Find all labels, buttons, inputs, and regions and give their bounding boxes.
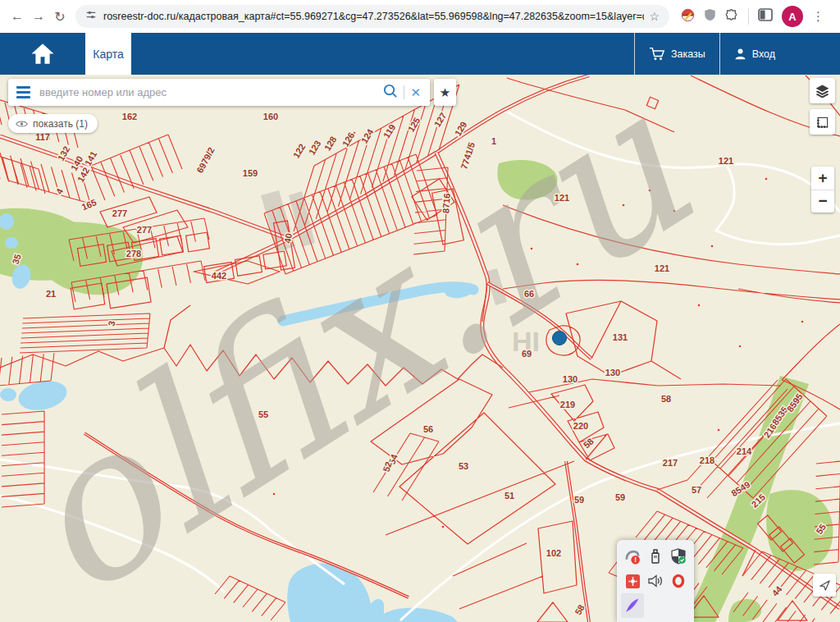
extension-pokeball-icon[interactable] (681, 8, 695, 25)
login-label: Вход (752, 48, 775, 60)
usb-icon[interactable] (644, 544, 667, 569)
url-text[interactable]: rosreestr-doc.ru/кадастровая_карта#ct=55… (103, 11, 644, 22)
side-panel-icon[interactable] (758, 8, 773, 25)
map-area: olfix.ru HI 1621601171321401411421221231… (0, 75, 840, 622)
clear-x-icon[interactable]: ✕ (410, 85, 421, 100)
parcel-label: 102 (546, 548, 561, 558)
reload-icon[interactable]: ↻ (49, 6, 71, 27)
search-input[interactable] (38, 85, 382, 99)
measure-button[interactable] (810, 109, 835, 135)
parcel-label: 8716 (441, 193, 452, 213)
parcel-label: 219 (560, 400, 575, 409)
show-button-label: показать (1) (33, 118, 88, 130)
show-button[interactable]: показать (1) (8, 114, 98, 133)
parcel-label: 58 (661, 394, 671, 404)
navbar-spacer (131, 33, 634, 75)
parcel-label: 56 (423, 424, 433, 434)
tray-empty-cell (644, 593, 667, 618)
parcel-label: 162 (122, 112, 137, 121)
menu-kebab-icon[interactable]: ⋮ (812, 9, 824, 24)
zoom-out-button[interactable]: − (811, 190, 834, 213)
parcel-label: 121 (555, 193, 569, 203)
feather-pen-icon[interactable] (621, 593, 644, 618)
defender-shield-icon[interactable] (667, 544, 690, 569)
parcel-label: 214 (737, 446, 752, 456)
user-icon (734, 48, 746, 60)
search-divider (404, 85, 404, 99)
system-tray-flyout: ! (617, 540, 694, 622)
parcel-label: 277 (112, 208, 127, 218)
extensions-area: A ⋮ (681, 6, 824, 27)
menu-hamburger-icon[interactable] (8, 86, 38, 98)
parcel-label: 121 (719, 156, 733, 166)
parcel-label: 159 (243, 168, 258, 178)
orders-button[interactable]: Заказы (635, 33, 719, 75)
parcel-label: 217 (663, 458, 678, 468)
parcel-label: 55 (258, 409, 268, 419)
cursor-arrow-icon (818, 579, 832, 592)
layers-button[interactable] (810, 78, 835, 103)
tab-map[interactable]: Карта (85, 33, 131, 75)
locate-button[interactable] (813, 574, 836, 597)
parcel-label: 130 (605, 368, 620, 377)
site-info-icon[interactable] (85, 9, 97, 24)
parcel-label: 131 (613, 332, 628, 342)
search-icon[interactable] (382, 83, 398, 102)
red-app-icon[interactable] (621, 569, 644, 593)
area-select-icon (815, 115, 830, 130)
forward-icon[interactable]: → (28, 6, 49, 27)
parcel-label: 59 (574, 495, 584, 505)
parcel-label: 51 (504, 491, 514, 501)
extensions-puzzle-icon[interactable] (725, 8, 739, 25)
parcel-label: 53 (459, 461, 468, 471)
parcel-label: 278 (126, 249, 141, 258)
layers-icon (815, 83, 830, 98)
zoom-in-button[interactable]: + (811, 167, 834, 190)
profile-avatar[interactable]: A (782, 6, 803, 27)
parcel-label: 66 (524, 289, 534, 299)
parcel-label: 160 (263, 112, 278, 121)
parcel-label: 57 (692, 485, 701, 495)
speaker-icon[interactable] (644, 569, 667, 593)
favorites-button[interactable]: ★ (434, 79, 456, 106)
parcel-label: 59 (615, 492, 625, 502)
parcel-label: 1 (491, 136, 496, 146)
parcel-label: 40 (282, 232, 294, 244)
browser-toolbar: ← → ↻ rosreestr-doc.ru/кадастровая_карта… (0, 0, 840, 33)
parcel-label: 117 (35, 132, 50, 142)
extension-shield-icon[interactable] (704, 8, 716, 25)
home-icon (30, 43, 55, 65)
parcel-label: 21 (46, 289, 56, 299)
zoom-controls: + − (811, 167, 834, 213)
eye-icon (16, 120, 28, 128)
site-navbar: Карта Заказы Вход (0, 33, 840, 75)
back-icon[interactable]: ← (7, 6, 28, 27)
opera-icon[interactable] (667, 569, 690, 593)
cart-icon (649, 47, 665, 62)
search-bar: ✕ (8, 79, 430, 106)
map-canvas[interactable]: olfix.ru HI 1621601171321401411421221231… (0, 75, 840, 622)
address-bar[interactable]: rosreestr-doc.ru/кадастровая_карта#ct=55… (75, 5, 669, 28)
orders-label: Заказы (671, 48, 705, 60)
parcel-label: 442 (212, 271, 226, 281)
bookmark-star-icon[interactable]: ☆ (649, 10, 660, 23)
parcel-label: 130 (563, 374, 578, 384)
navbar-end (789, 33, 840, 75)
parcel-label: 69 (522, 349, 532, 359)
home-button[interactable] (0, 33, 85, 75)
login-button[interactable]: Вход (720, 33, 789, 75)
parcel-label: 220 (573, 421, 588, 431)
device-alert-icon[interactable]: ! (621, 544, 644, 569)
tray-empty-cell (667, 593, 690, 618)
toolbar-divider (748, 8, 749, 25)
parcel-label: 277 (137, 225, 152, 235)
svg-text:!: ! (634, 556, 637, 564)
parcel-label: 121 (655, 263, 669, 273)
parcel-label: 218 (700, 455, 714, 465)
